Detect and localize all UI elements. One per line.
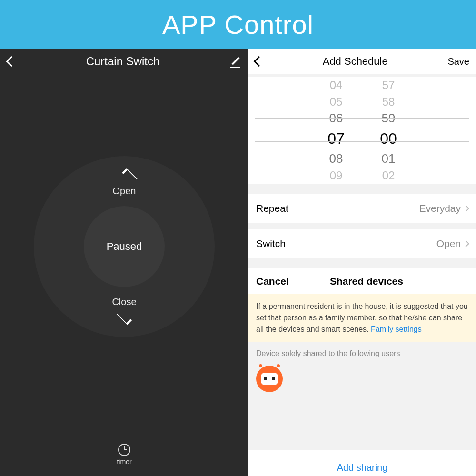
hour-column[interactable]: 04 05 06 07 08 09 10 xyxy=(310,77,362,184)
family-tip: If a permanent resident is in the house,… xyxy=(248,294,476,342)
picker-row: 59 xyxy=(382,110,396,127)
switch-value: Open xyxy=(436,238,461,249)
open-label[interactable]: Open xyxy=(34,186,215,197)
switch-label: Switch xyxy=(256,238,286,249)
picker-row: 04 xyxy=(330,77,343,93)
shared-users xyxy=(248,366,476,397)
dial-area: Open Paused Close xyxy=(0,60,248,433)
picker-row: 08 xyxy=(329,150,343,167)
picker-row: 58 xyxy=(382,93,395,110)
robot-face-icon xyxy=(261,373,278,385)
chevron-right-icon xyxy=(463,205,469,212)
picker-row: 05 xyxy=(330,93,343,110)
switch-row[interactable]: Switch Open xyxy=(248,229,476,258)
right-title: Add Schedule xyxy=(263,55,447,68)
edit-icon[interactable] xyxy=(230,56,241,67)
right-header: Add Schedule Save xyxy=(248,49,476,74)
picker-row: 06 xyxy=(329,110,343,127)
share-caption: Device solely shared to the following us… xyxy=(248,342,476,366)
repeat-label: Repeat xyxy=(256,203,288,214)
picker-row: 57 xyxy=(382,77,395,93)
user-avatar[interactable] xyxy=(256,366,283,392)
phone-row: Curtain Switch Open Paused Close timer A… xyxy=(0,49,476,476)
cancel-button[interactable]: Cancel xyxy=(256,276,289,287)
chevron-right-icon xyxy=(463,240,469,247)
time-picker[interactable]: 04 05 06 07 08 09 10 57 58 59 00 01 02 0… xyxy=(248,77,476,184)
banner-title: APP Control xyxy=(0,0,476,49)
pause-button[interactable]: Paused xyxy=(84,206,165,287)
picker-row-selected: 07 xyxy=(327,127,345,150)
picker-row: 09 xyxy=(330,167,343,184)
chevron-down-icon[interactable] xyxy=(119,312,130,323)
control-dial: Open Paused Close xyxy=(34,156,215,337)
timer-button[interactable]: timer xyxy=(0,433,248,476)
clock-icon xyxy=(118,444,130,456)
minute-column[interactable]: 57 58 59 00 01 02 03 xyxy=(362,77,415,184)
save-button[interactable]: Save xyxy=(447,56,469,67)
repeat-row[interactable]: Repeat Everyday xyxy=(248,194,476,223)
repeat-value: Everyday xyxy=(419,203,461,214)
curtain-control-screen: Curtain Switch Open Paused Close timer xyxy=(0,49,248,476)
picker-row: 02 xyxy=(382,167,395,184)
shared-devices-header: Cancel Shared devices xyxy=(248,268,476,294)
picker-row-selected: 00 xyxy=(380,127,397,150)
schedule-screen: Add Schedule Save 04 05 06 07 08 09 10 5… xyxy=(248,49,476,476)
add-sharing-button[interactable]: Add sharing xyxy=(248,450,476,476)
shared-devices-title: Shared devices xyxy=(330,276,403,287)
tip-text: If a permanent resident is in the house,… xyxy=(256,302,468,333)
picker-row: 01 xyxy=(382,150,396,167)
family-settings-link[interactable]: Family settings xyxy=(371,325,422,333)
timer-label: timer xyxy=(117,458,131,466)
close-label[interactable]: Close xyxy=(34,297,215,307)
